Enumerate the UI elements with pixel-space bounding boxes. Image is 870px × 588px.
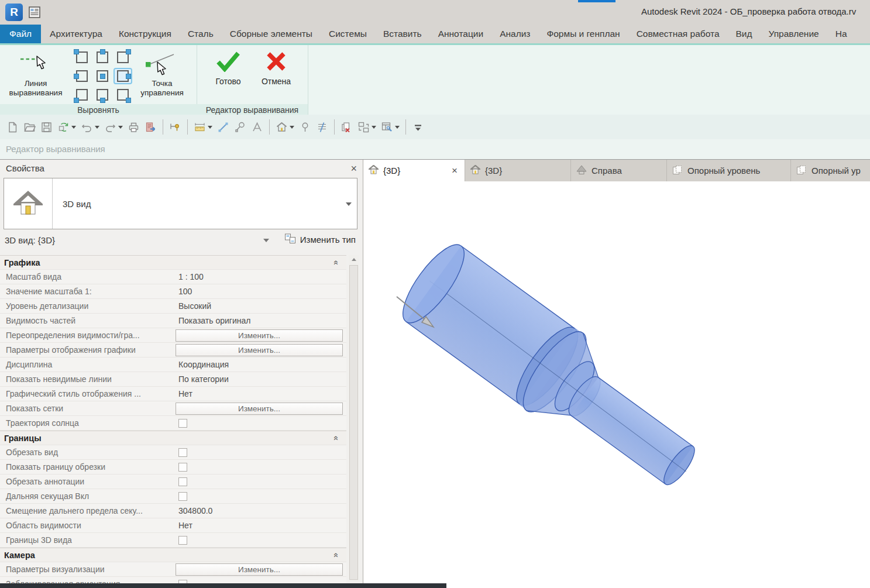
ribbon-tab-7[interactable]: Аннотации [431,25,491,43]
ribbon-tab-1[interactable]: Архитектура [42,25,110,43]
ribbon-tab-2[interactable]: Конструкция [111,25,179,43]
dimension-button[interactable] [191,120,215,135]
redo-button[interactable] [102,120,125,135]
thin-lines-button[interactable] [314,120,331,135]
property-value: 100 [174,284,346,298]
property-section-header[interactable]: Границы [0,431,346,445]
scrollbar-thumb[interactable] [349,265,358,580]
user-interface-icon [381,121,393,133]
modify-pin-icon [169,121,181,133]
ribbon-tab-10[interactable]: Совместная работа [629,25,727,43]
alignment-option-3[interactable] [74,69,90,83]
properties-scrollbar[interactable] [349,255,359,581]
cancel-button[interactable]: Отмена [257,48,295,87]
instance-selector-label[interactable]: 3D вид: {3D} [5,235,55,245]
dropdown-caret[interactable] [208,126,212,129]
tag-button[interactable] [232,120,249,135]
dropdown-caret[interactable] [95,126,99,129]
checkbox[interactable] [178,536,187,545]
edit-type-button[interactable]: Изменить тип [284,233,356,246]
ribbon-tab-11[interactable]: Вид [728,25,760,43]
close-inactive-views-button[interactable] [338,120,355,135]
checkbox[interactable] [178,463,187,472]
alignment-option-4[interactable] [94,69,111,83]
customize-qat-button[interactable] [410,120,427,135]
property-row: Графический стиль отображения ...Нет [0,387,346,401]
property-value-text: Высокий [174,301,211,311]
viewport: {3D}×{3D}СправаОпорный уровеньОпорный ур [363,160,870,588]
alignment-option-1[interactable] [94,50,111,64]
save-button[interactable] [38,120,55,135]
switch-windows-button[interactable] [355,120,379,135]
close-properties-icon[interactable]: × [350,163,357,174]
property-section-header[interactable]: Камера [0,548,346,562]
property-label: Смещение дальнего предела секу... [0,506,174,515]
view-tab-4[interactable]: Опорный ур [791,160,870,181]
detail-line-button[interactable] [215,120,232,135]
print-button[interactable] [125,120,142,135]
alignment-option-6[interactable] [74,88,90,102]
undo-button[interactable] [78,120,102,135]
ribbon-tab-13[interactable]: На [828,25,855,43]
text-button[interactable] [249,120,266,135]
alignment-option-8[interactable] [115,88,131,102]
property-label: Параметры отображения графики [0,345,174,355]
chevron-down-icon[interactable] [263,239,269,242]
alignment-line-button[interactable]: Линия выравнивания [1,48,70,98]
checkbox[interactable] [178,419,187,428]
finish-button[interactable]: Готово [209,48,247,87]
alignment-option-0[interactable] [74,50,90,64]
edit-value-button[interactable]: Изменить... [176,403,343,415]
alignment-option-7[interactable] [94,88,111,102]
property-label: Уровень детализации [0,301,174,311]
dropdown-caret[interactable] [372,126,376,129]
bottom-edge [0,583,446,588]
ribbon-tab-3[interactable]: Сталь [180,25,221,43]
ribbon-tab-4[interactable]: Сборные элементы [222,25,320,43]
revit-logo-icon[interactable]: R [5,4,23,21]
sync-button[interactable] [55,120,78,135]
view-tab-1[interactable]: {3D} [465,160,571,181]
open-file-button[interactable] [21,120,38,135]
chevron-down-icon[interactable] [346,202,352,206]
control-point-button[interactable]: Точка управления [130,48,194,98]
checkbox[interactable] [178,448,187,457]
view-tab-2[interactable]: Справа [571,160,667,181]
new-file-button[interactable] [4,120,21,135]
dropdown-caret[interactable] [290,126,294,129]
pipe-3d-model [363,181,870,588]
checkbox[interactable] [178,492,187,501]
edit-value-button[interactable]: Изменить... [176,563,343,576]
alignment-dot [100,49,105,54]
view-tab-0[interactable]: {3D}× [363,160,465,181]
ribbon-tab-label: Архитектура [50,29,102,39]
scroll-up-icon[interactable] [349,255,359,264]
modify-pin-button[interactable] [167,120,184,135]
export-button[interactable] [142,120,159,135]
checkbox[interactable] [178,477,187,486]
close-view-icon[interactable]: × [450,165,459,177]
ribbon-tab-6[interactable]: Вставить [376,25,429,43]
ribbon-tab-12[interactable]: Управление [761,25,827,43]
alignment-option-5[interactable] [115,69,131,83]
edit-value-button[interactable]: Изменить... [176,329,343,342]
default-3d-view-button[interactable] [273,120,297,135]
type-selector[interactable]: 3D вид [4,178,357,229]
ribbon-tab-8[interactable]: Анализ [492,25,538,43]
user-interface-button[interactable] [379,120,402,135]
dropdown-caret[interactable] [118,126,123,129]
ribbon-tab-0[interactable]: Файл [0,25,41,43]
properties-panel: Свойства × 3D вид 3D вид: {3D} Изменить … [0,160,363,588]
alignment-option-2[interactable] [115,50,131,64]
property-section-header[interactable]: Графика [0,255,346,270]
section-button[interactable] [297,120,314,135]
dropdown-caret[interactable] [395,126,400,129]
drawing-canvas[interactable] [363,181,870,588]
view-tab-3[interactable]: Опорный уровень [667,160,791,181]
section-title: Графика [0,258,40,267]
edit-value-button[interactable]: Изменить... [176,344,343,356]
ribbon-tab-9[interactable]: Формы и генплан [539,25,627,43]
ribbon-tab-5[interactable]: Системы [321,25,374,43]
journal-icon[interactable] [28,6,41,21]
dropdown-caret[interactable] [71,126,76,129]
